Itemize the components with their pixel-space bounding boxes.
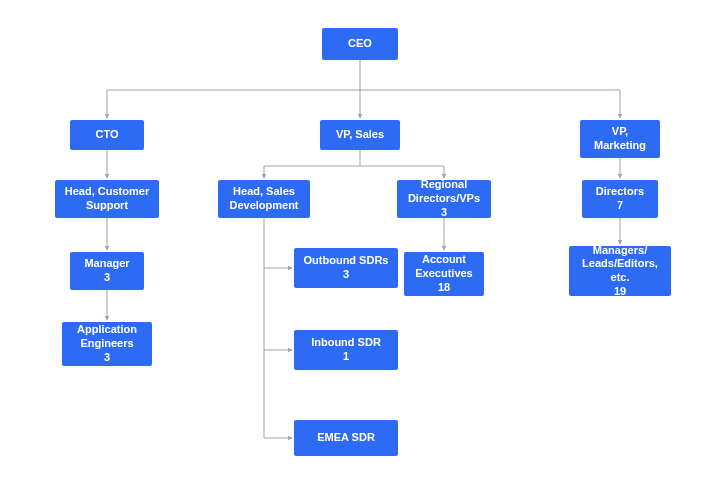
node-label: Outbound SDRs [304, 254, 389, 266]
node-count: 19 [614, 285, 626, 297]
node-head-support: Head, Customer Support [55, 180, 159, 218]
node-regional: Regional Directors/VPs 3 [397, 180, 491, 218]
node-label: VP, Marketing [588, 125, 652, 153]
node-label: Inbound SDR [311, 336, 381, 348]
node-emea: EMEA SDR [294, 420, 398, 456]
node-managers-leads: Managers/ Leads/Editors, etc. 19 [569, 246, 671, 296]
node-label: Application Engineers [77, 323, 137, 349]
node-count: 3 [104, 271, 110, 283]
node-label: Manager [84, 257, 129, 269]
node-label: CTO [95, 128, 118, 142]
node-vp-marketing: VP, Marketing [580, 120, 660, 158]
node-label: Account Executives [415, 253, 472, 279]
node-directors: Directors 7 [582, 180, 658, 218]
node-ae: Account Executives 18 [404, 252, 484, 296]
node-label: Directors [596, 185, 644, 197]
node-label: Managers/ Leads/Editors, etc. [582, 244, 658, 284]
node-count: 18 [438, 281, 450, 293]
node-label: Head, Customer Support [63, 185, 151, 213]
node-vp-sales: VP, Sales [320, 120, 400, 150]
node-outbound: Outbound SDRs 3 [294, 248, 398, 288]
node-app-eng: Application Engineers 3 [62, 322, 152, 366]
node-label: Head, Sales Development [226, 185, 302, 213]
node-label: CEO [348, 37, 372, 51]
node-label: Regional Directors/VPs [408, 178, 480, 204]
node-count: 3 [343, 268, 349, 280]
node-count: 1 [343, 350, 349, 362]
node-ceo: CEO [322, 28, 398, 60]
node-head-salesdev: Head, Sales Development [218, 180, 310, 218]
node-label: VP, Sales [336, 128, 384, 142]
node-cto: CTO [70, 120, 144, 150]
node-label: EMEA SDR [317, 431, 375, 445]
node-inbound: Inbound SDR 1 [294, 330, 398, 370]
node-count: 3 [104, 351, 110, 363]
node-count: 3 [441, 206, 447, 218]
node-manager: Manager 3 [70, 252, 144, 290]
node-count: 7 [617, 199, 623, 211]
